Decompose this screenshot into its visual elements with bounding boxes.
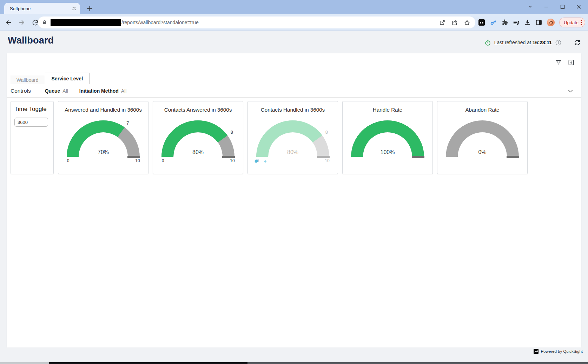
controls-row: Controls Queue All Initiation Method All	[11, 86, 126, 96]
wallboard-page: Wallboard Last refreshed at 16:28:11	[0, 31, 588, 364]
tab-close-icon[interactable]	[71, 5, 77, 12]
filter-funnel-icon[interactable]	[554, 58, 563, 67]
loading-dot	[264, 160, 266, 163]
gauge-title: Answered and Handled in 3600s	[58, 107, 148, 113]
refresh-icon[interactable]	[573, 38, 582, 47]
gauge-max-label: 10	[135, 158, 140, 163]
gauge-chart: 80%8010	[251, 114, 335, 167]
menu-kebab-icon[interactable]	[581, 20, 582, 25]
gauge-chart-area: 80%8010	[153, 114, 243, 167]
lock-icon[interactable]	[42, 20, 47, 25]
gauge-chart: 70%7010	[61, 114, 145, 167]
gauge-percent-label: 70%	[98, 149, 109, 155]
gauge-title: Contacts Answered in 3600s	[153, 107, 243, 113]
collapse-controls-chevron-icon[interactable]	[566, 87, 575, 95]
extension-dots-icon[interactable]	[478, 19, 485, 26]
maximize-button[interactable]	[554, 0, 570, 13]
close-button[interactable]	[570, 0, 587, 13]
extensions-puzzle-icon[interactable]	[501, 19, 508, 26]
gauge-card[interactable]: Contacts Answered in 3600s 80%8010	[153, 101, 243, 174]
powered-by-label: Powered by QuickSight	[541, 349, 583, 353]
address-bar[interactable]: /reports/wallboard?standalone=true	[38, 16, 475, 28]
timer-icon	[484, 39, 491, 46]
tab-service-level[interactable]: Service Level	[45, 73, 90, 84]
tab-search-chevron-icon[interactable]	[522, 0, 538, 13]
playlist-icon[interactable]	[513, 19, 520, 26]
gauge-card[interactable]: Abandon Rate 0%	[437, 101, 528, 174]
gauge-chart: 0%	[440, 114, 524, 167]
gauge-value-label: 8	[325, 130, 328, 135]
minimize-button[interactable]	[538, 0, 554, 13]
info-icon[interactable]	[555, 39, 562, 46]
loading-dot	[255, 160, 258, 163]
gauge-endcap	[412, 156, 424, 158]
browser-tab[interactable]: Softphone	[4, 3, 80, 14]
gauge-chart-area: 100%	[343, 114, 432, 167]
export-download-icon[interactable]	[567, 58, 575, 67]
tab-title: Softphone	[10, 6, 71, 11]
profile-avatar[interactable]	[547, 18, 555, 27]
forward-button[interactable]	[17, 18, 27, 27]
queue-filter[interactable]: Queue All	[45, 88, 68, 94]
time-toggle-card: Time Toggle	[11, 101, 54, 174]
gauge-chart-area: 0%	[437, 114, 527, 167]
browser-window: Softphone	[0, 0, 588, 364]
gauge-max-label: 10	[325, 158, 330, 163]
url-text[interactable]: /reports/wallboard?standalone=true	[121, 20, 439, 25]
gauge-percent-label: 0%	[478, 149, 486, 155]
last-refreshed-text: Last refreshed at 16:28:11	[494, 40, 552, 45]
initiation-method-filter[interactable]: Initiation Method All	[79, 88, 127, 94]
gauge-min-label: 0	[67, 158, 70, 163]
gauge-percent-label: 80%	[192, 149, 204, 155]
time-toggle-title: Time Toggle	[14, 106, 50, 113]
gauge-value-arc	[67, 120, 125, 157]
gauge-title: Handle Rate	[343, 107, 432, 113]
gauge-percent-label: 100%	[381, 149, 395, 155]
update-button[interactable]: Update	[559, 18, 585, 27]
downloads-icon[interactable]	[524, 19, 531, 26]
quicksight-logo-icon	[534, 349, 539, 354]
page-title: Wallboard	[8, 35, 54, 46]
update-label: Update	[564, 20, 579, 25]
gauge-chart: 100%	[345, 114, 430, 167]
gauge-cards: Answered and Handled in 3600s 70%7010 Co…	[58, 101, 528, 174]
gauge-title: Abandon Rate	[437, 107, 527, 113]
bookmark-star-icon[interactable]	[464, 19, 470, 26]
key-icon[interactable]	[489, 19, 497, 26]
redacted-bar	[49, 362, 247, 364]
dashboard-panel: Wallboard Service Level Controls Queue A…	[7, 53, 581, 348]
controls-title: Controls	[11, 88, 34, 94]
window-controls	[522, 0, 587, 13]
share-icon[interactable]	[451, 19, 458, 26]
gauge-value-label: 7	[126, 120, 129, 126]
gauge-min-label: 0	[162, 158, 164, 163]
gauge-value-label: 8	[231, 130, 233, 135]
gauge-card[interactable]: Contacts Handled in 3600s 80%8010	[247, 101, 338, 174]
gauge-endcap	[222, 156, 235, 158]
powered-by-quicksight[interactable]: Powered by QuickSight	[534, 349, 583, 354]
gauge-chart: 80%8010	[156, 114, 240, 167]
gauge-max-label: 10	[230, 158, 235, 163]
side-panel-icon[interactable]	[535, 19, 542, 26]
gauge-chart-area: 70%7010	[58, 114, 148, 167]
gauge-endcap	[127, 156, 140, 158]
time-toggle-input[interactable]	[14, 118, 48, 127]
gauge-endcap	[317, 156, 330, 158]
gauge-endcap	[507, 156, 519, 158]
browser-titlebar: Softphone	[0, 0, 588, 14]
redacted-url-host	[51, 19, 121, 26]
window-bottom-edge	[0, 362, 49, 364]
back-button[interactable]	[4, 18, 13, 27]
window-bottom-edge-right	[247, 362, 588, 364]
browser-toolbar: /reports/wallboard?standalone=true	[0, 14, 588, 31]
tab-wallboard[interactable]: Wallboard	[10, 75, 45, 84]
sheet-tabs: Wallboard Service Level	[10, 73, 90, 84]
gauge-card[interactable]: Handle Rate 100%	[342, 101, 433, 174]
last-refreshed-time: 16:28:11	[533, 40, 552, 45]
gauge-card[interactable]: Answered and Handled in 3600s 70%7010	[58, 101, 148, 174]
controls-divider	[7, 97, 581, 98]
gauge-chart-area: 80%8010	[248, 114, 338, 167]
new-tab-button[interactable]	[85, 4, 94, 13]
gauge-title: Contacts Handled in 3600s	[248, 107, 338, 113]
open-in-new-icon[interactable]	[439, 19, 445, 26]
